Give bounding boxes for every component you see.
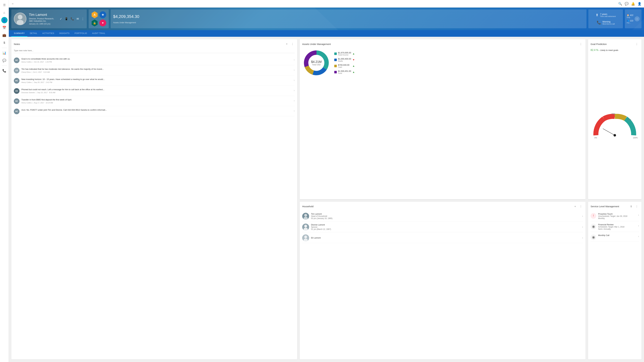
service-more-button[interactable]: ⋮	[634, 204, 639, 209]
nav-tabs: SUMMARY DETAIL ACTIVITIES INSIGHTS PORTF…	[9, 30, 644, 37]
stat2-label: For...	[627, 22, 633, 24]
retirement-label: Time until retirement	[600, 16, 616, 17]
note-meta: Donovan Sweetin | Sep 10, 2017 8:55 AM	[21, 92, 292, 94]
more-icon[interactable]: ⋮	[82, 17, 84, 20]
note-expand[interactable]: ›	[294, 68, 295, 72]
legend-item-fixed: $1,670,005.00 Fixed Income ▲	[334, 52, 355, 56]
aum-more-button[interactable]: ⋮	[579, 42, 583, 46]
tab-detail[interactable]: DETAIL	[27, 30, 40, 37]
svg-point-22	[304, 236, 307, 238]
add-household-button[interactable]: +	[573, 204, 577, 209]
add-note-button[interactable]: +	[284, 42, 289, 46]
tab-audit[interactable]: AUDIT TRAIL	[90, 30, 108, 37]
sidebar-item-calendar[interactable]: 📅	[1, 24, 8, 31]
svg-point-1	[18, 15, 22, 20]
sidebar-item-messages[interactable]: 💬	[1, 57, 8, 64]
expand-tim[interactable]: ›	[582, 214, 583, 218]
search-button[interactable]: 🔍	[618, 2, 622, 6]
sidebar-item-briefcase[interactable]: 💼	[1, 32, 8, 38]
note-meta: Henry Collins | Oct 10, 2017 1:43 PM	[21, 61, 292, 63]
tab-insights[interactable]: INSIGHTS	[57, 30, 72, 37]
tab-portfolio[interactable]: PORTFOLIO	[72, 30, 90, 37]
badge-a[interactable]: A	[91, 11, 98, 18]
notification-button[interactable]: 🔔	[631, 2, 635, 6]
user-button[interactable]: 👤	[638, 2, 642, 6]
call-label: Best time to call	[602, 23, 615, 25]
note-item: HC New investing horizon: 10 - 15 years.…	[14, 76, 295, 86]
badge-lock[interactable]: 🔒	[91, 20, 98, 26]
legend-name-cash: Cash	[338, 66, 349, 68]
back-button[interactable]: ←	[11, 2, 14, 6]
household-card: Household + ⋮ Tim Lamon	[300, 202, 586, 360]
goal-percent: 82.4 %	[590, 49, 598, 52]
call-icon[interactable]: 📞	[70, 17, 74, 20]
service-info-button[interactable]: ℹ	[629, 204, 633, 209]
note-expand[interactable]: ›	[294, 89, 295, 92]
chat-button[interactable]: 💬	[625, 2, 628, 6]
profile-info: Tim Lamont Director, Product Research, A…	[29, 13, 57, 25]
goal-card-header: Goal Prediction ⋮	[590, 42, 639, 46]
svg-text:50%: 50%	[612, 113, 616, 115]
call-time-stat: 📞 Morning Best time to call	[597, 20, 615, 25]
note-avatar: CE	[14, 68, 20, 73]
household-more-button[interactable]: ⋮	[579, 204, 583, 209]
phone-icon[interactable]: 📱	[64, 17, 68, 20]
retirement-icon: ⬆	[596, 13, 598, 17]
expand-eli[interactable]: ›	[582, 236, 583, 240]
person-item-eli: Eli Lamont ›	[302, 233, 583, 243]
task-icon[interactable]: ✓	[60, 17, 62, 20]
notes-card-title: Notes	[14, 43, 20, 46]
expand-dionne[interactable]: ›	[582, 225, 583, 228]
profile-card: Tim Lamont Director, Product Research, A…	[11, 10, 87, 28]
note-text: New investing horizon: 10 - 15 years. Ha…	[21, 78, 292, 81]
profile-name: Tim Lamont	[29, 13, 57, 17]
expand-financial[interactable]: ›	[638, 224, 639, 227]
note-meta: Cheryl Elms | Oct 2, 2017 9:22 AM	[21, 71, 292, 73]
note-expand[interactable]: ›	[294, 99, 295, 102]
note-input[interactable]	[14, 49, 295, 53]
svg-text:0%: 0%	[594, 137, 597, 138]
top-bar: ← 🔍 💬 🔔 👤	[9, 0, 644, 8]
service-card-header: Service Level Management ℹ ⋮	[590, 204, 639, 209]
aum-card: Assets Under Management ⋮	[300, 39, 586, 199]
service-target-financial: Scheduled; Target: Mar 1, 2018	[598, 226, 636, 228]
sidebar-item-person[interactable]: 👤	[1, 17, 8, 23]
tab-summary[interactable]: SUMMARY	[11, 30, 27, 37]
note-avatar: DS	[14, 88, 20, 94]
badge-heart[interactable]: ♥	[99, 20, 106, 26]
note-body: Phoned but could not reach. Left a messa…	[21, 88, 292, 94]
legend-item-equity: $1,000,400.00 Equity ▼	[334, 58, 355, 62]
goal-more-button[interactable]: ⋮	[634, 42, 639, 46]
tab-activities[interactable]: ACTIVITIES	[40, 30, 57, 37]
expand-proactive[interactable]: ›	[638, 213, 639, 217]
sidebar-item-dollar[interactable]: $	[1, 40, 8, 46]
sidebar-item-menu[interactable]: ☰	[1, 2, 8, 8]
badge-star[interactable]: ★	[99, 11, 106, 18]
note-expand[interactable]: ›	[294, 109, 295, 112]
email-icon[interactable]: ✉	[76, 17, 79, 20]
sidebar-item-phone[interactable]: 📞	[1, 68, 8, 74]
note-expand[interactable]: ›	[294, 78, 295, 82]
service-name-monthly: Monthly Call	[598, 234, 636, 236]
notes-more-button[interactable]: ⋮	[290, 42, 295, 46]
note-body: Goal is to consolidate three accounts in…	[21, 58, 292, 63]
service-card: Service Level Management ℹ ⋮ ! Proactive…	[588, 202, 642, 360]
expand-monthly[interactable]: ›	[638, 235, 639, 238]
household-card-header: Household + ⋮	[302, 204, 583, 209]
person-mini-icon: 👥	[627, 20, 629, 22]
person-role-dionne: Spouse	[311, 226, 580, 228]
expand-chevron[interactable]: ›	[634, 16, 640, 21]
note-item: HC Acct. No. F04577 under joint Tim and …	[14, 107, 295, 116]
svg-text:100%: 100%	[633, 137, 638, 138]
person-info-tim: Tim Lamont Head of Household 53 yrs (Jan…	[311, 213, 580, 220]
legend-color-fund	[334, 71, 337, 73]
dashboard: Assets Under Management ⋮	[9, 37, 644, 362]
note-avatar: HC	[14, 78, 20, 84]
sidebar-item-home[interactable]: ⌂	[1, 10, 8, 16]
sidebar-item-reports[interactable]: 📊	[1, 50, 8, 56]
legend-color-fixed	[334, 52, 337, 55]
note-expand[interactable]: ›	[294, 58, 295, 62]
sidebar-divider	[2, 48, 7, 48]
service-icon-financial: ◉	[590, 224, 596, 230]
person-item-tim: Tim Lamont Head of Household 53 yrs (Jan…	[302, 211, 583, 222]
